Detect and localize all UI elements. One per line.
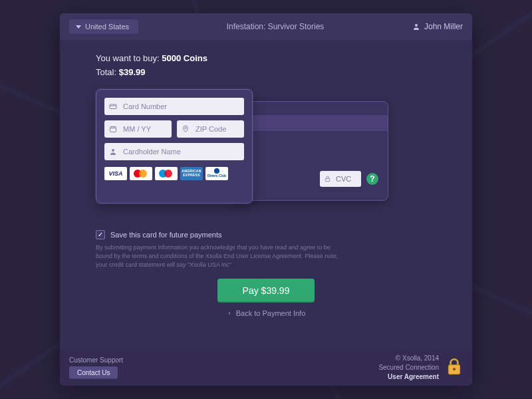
country-selector[interactable]: United States bbox=[69, 19, 138, 34]
svg-point-9 bbox=[112, 149, 114, 152]
svg-point-0 bbox=[415, 24, 418, 27]
pin-icon bbox=[182, 125, 190, 133]
amex-badge: AMERICANEXPRESS bbox=[180, 167, 203, 180]
user-icon bbox=[412, 23, 420, 31]
save-card-row: Save this card for future payments bbox=[96, 230, 436, 239]
purchase-item: 5000 Coins bbox=[162, 53, 207, 63]
buy-prefix: You want to buy: bbox=[96, 53, 162, 63]
contact-us-button[interactable]: Contact Us bbox=[69, 366, 118, 379]
cvc-field-wrap bbox=[320, 171, 361, 187]
legal-disclaimer: By submitting payment information you ac… bbox=[96, 243, 348, 269]
footer: Customer Support Contact Us © Xsolla, 20… bbox=[60, 350, 472, 386]
country-label: United States bbox=[85, 23, 129, 31]
cardholder-name-input[interactable] bbox=[104, 143, 244, 160]
card-number-input[interactable] bbox=[104, 98, 244, 115]
security-lock-icon bbox=[446, 357, 463, 378]
purchase-summary: You want to buy: 5000 Coins Total: $39.9… bbox=[96, 52, 436, 80]
lock-icon bbox=[324, 175, 331, 182]
user-agreement-link[interactable]: User Agreement bbox=[378, 372, 439, 382]
chevron-down-icon bbox=[76, 25, 81, 29]
checkout-panel: United States Infestation: Survivor Stor… bbox=[60, 13, 472, 386]
mastercard-badge bbox=[130, 167, 152, 180]
diners-badge: Diners Club bbox=[205, 167, 228, 180]
secured-connection-label: Secured Connection bbox=[378, 363, 439, 372]
visa-badge: VISA bbox=[104, 167, 127, 180]
magstripe bbox=[235, 115, 388, 131]
back-link-label: Back to Payment Info bbox=[236, 309, 306, 317]
user-badge[interactable]: John Miller bbox=[412, 22, 463, 31]
svg-rect-2 bbox=[110, 104, 116, 109]
svg-rect-1 bbox=[325, 178, 329, 181]
pay-button[interactable]: Pay $39.99 bbox=[217, 279, 315, 303]
card-visual-area: ? bbox=[96, 89, 436, 222]
save-card-label: Save this card for future payments bbox=[110, 231, 222, 239]
back-to-payment-link[interactable]: Back to Payment Info bbox=[96, 309, 436, 317]
cvc-help-button[interactable]: ? bbox=[366, 173, 378, 185]
purchase-total: $39.99 bbox=[119, 67, 146, 77]
chevron-left-icon bbox=[227, 311, 232, 316]
maestro-badge bbox=[155, 167, 178, 180]
card-front: VISA AMERICANEXPRESS Diners Club bbox=[96, 89, 253, 203]
user-name: John Miller bbox=[424, 22, 463, 31]
content-area: You want to buy: 5000 Coins Total: $39.9… bbox=[60, 40, 472, 350]
customer-support-label: Customer Support bbox=[69, 356, 123, 364]
card-brands: VISA AMERICANEXPRESS Diners Club bbox=[104, 167, 244, 180]
person-icon bbox=[109, 148, 117, 156]
copyright: © Xsolla, 2014 bbox=[378, 354, 439, 363]
game-title: Infestation: Survivor Stories bbox=[138, 22, 412, 31]
card-icon bbox=[109, 102, 117, 110]
total-prefix: Total: bbox=[96, 67, 119, 77]
svg-point-8 bbox=[185, 127, 187, 129]
save-card-checkbox[interactable] bbox=[96, 230, 105, 239]
calendar-icon bbox=[109, 125, 117, 133]
card-back: ? bbox=[234, 101, 388, 201]
svg-point-11 bbox=[453, 368, 456, 370]
svg-rect-4 bbox=[110, 126, 116, 132]
top-bar: United States Infestation: Survivor Stor… bbox=[60, 13, 472, 40]
